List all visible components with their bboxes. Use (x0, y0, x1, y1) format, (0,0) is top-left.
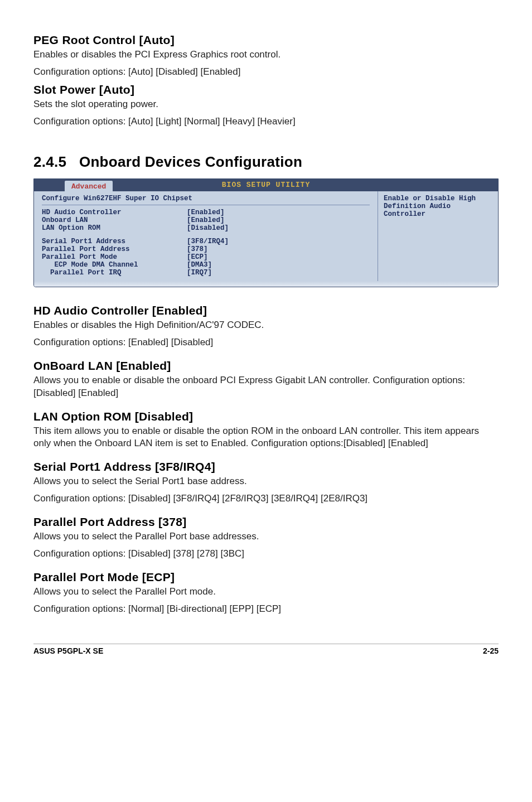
bios-value: [Enabled] (187, 216, 225, 224)
bios-row[interactable]: ECP Mode DMA Channel [DMA3] (42, 261, 370, 269)
text-slot-desc-1: Sets the slot operating power. (33, 98, 499, 111)
bios-label: ECP Mode DMA Channel (42, 261, 187, 269)
bios-row[interactable]: Parallel Port Mode [ECP] (42, 253, 370, 261)
heading-onboard-devices: 2.4.5 Onboard Devices Configuration (33, 153, 499, 171)
text-parallel-addr-2: Configuration options: [Disabled] [378] … (33, 548, 499, 561)
bios-help-panel: Enable or Disable High Definition Audio … (378, 191, 498, 281)
bios-tab-advanced[interactable]: Advanced (65, 181, 113, 192)
bios-value: [Enabled] (187, 209, 225, 216)
bios-row[interactable]: HD Audio Controller [Enabled] (42, 209, 370, 216)
heading-parallel-address: Parallel Port Address [378] (33, 515, 499, 529)
bios-value: [DMA3] (187, 261, 212, 269)
text-hd-audio-1: Enables or disables the High Definition/… (33, 319, 499, 332)
bios-label: Parallel Port IRQ (42, 269, 187, 277)
text-parallel-mode-1: Allows you to select the Parallel Port m… (33, 586, 499, 598)
text-parallel-addr-1: Allows you to select the Parallel Port b… (33, 530, 499, 543)
bios-label: LAN Option ROM (42, 224, 187, 232)
bios-panel-header: Configure Win627EHF Super IO Chipset (42, 195, 370, 205)
bios-left-panel: Configure Win627EHF Super IO Chipset HD … (34, 191, 378, 281)
footer-page-number: 2-25 (483, 646, 499, 655)
bios-label: Parallel Port Address (42, 245, 187, 253)
bios-titlebar: Advanced BIOS SETUP UTILITY (34, 179, 498, 191)
section-number: 2.4.5 (33, 153, 66, 170)
heading-peg-root-control: PEG Root Control [Auto] (33, 33, 499, 47)
bios-utility-title: BIOS SETUP UTILITY (222, 181, 310, 189)
bios-row[interactable]: Parallel Port IRQ [IRQ7] (42, 269, 370, 277)
bios-row[interactable]: Serial Port1 Address [3F8/IRQ4] (42, 238, 370, 245)
text-peg-desc-2: Configuration options: [Auto] [Disabled]… (33, 66, 499, 79)
heading-serial-port1: Serial Port1 Address [3F8/IRQ4] (33, 460, 499, 474)
heading-onboard-lan: OnBoard LAN [Enabled] (33, 359, 499, 373)
bios-label: Parallel Port Mode (42, 253, 187, 261)
text-parallel-mode-2: Configuration options: [Normal] [Bi-dire… (33, 603, 499, 616)
text-onboard-lan: Allows you to enable or disable the onbo… (33, 374, 499, 400)
bios-label: Onboard LAN (42, 216, 187, 224)
heading-lan-option-rom: LAN Option ROM [Disabled] (33, 410, 499, 423)
bios-label: HD Audio Controller (42, 209, 187, 216)
text-lan-option-rom: This item allows you to enable or disabl… (33, 425, 499, 451)
bios-screenshot: Advanced BIOS SETUP UTILITY Configure Wi… (33, 178, 499, 287)
bios-label: Serial Port1 Address (42, 238, 187, 245)
bios-value: [Disabled] (187, 224, 229, 232)
heading-parallel-mode: Parallel Port Mode [ECP] (33, 571, 499, 584)
heading-hd-audio: HD Audio Controller [Enabled] (33, 304, 499, 317)
bios-value: [ECP] (187, 253, 208, 261)
bios-value: [378] (187, 245, 208, 253)
bios-fade (34, 281, 498, 287)
text-serial-1: Allows you to select the Serial Port1 ba… (33, 475, 499, 488)
bios-row[interactable]: Onboard LAN [Enabled] (42, 216, 370, 224)
bios-row[interactable]: Parallel Port Address [378] (42, 245, 370, 253)
heading-slot-power: Slot Power [Auto] (33, 83, 499, 96)
text-slot-desc-2: Configuration options: [Auto] [Light] [N… (33, 115, 499, 128)
text-hd-audio-2: Configuration options: [Enabled] [Disabl… (33, 336, 499, 349)
text-serial-2: Configuration options: [Disabled] [3F8/I… (33, 492, 499, 505)
footer-product: ASUS P5GPL-X SE (33, 646, 103, 655)
page-footer: ASUS P5GPL-X SE 2-25 (33, 644, 499, 655)
bios-value: [3F8/IRQ4] (187, 238, 229, 245)
bios-row[interactable]: LAN Option ROM [Disabled] (42, 224, 370, 232)
section-title: Onboard Devices Configuration (79, 153, 302, 170)
text-peg-desc-1: Enables or disables the PCI Express Grap… (33, 49, 499, 61)
bios-value: [IRQ7] (187, 269, 212, 277)
